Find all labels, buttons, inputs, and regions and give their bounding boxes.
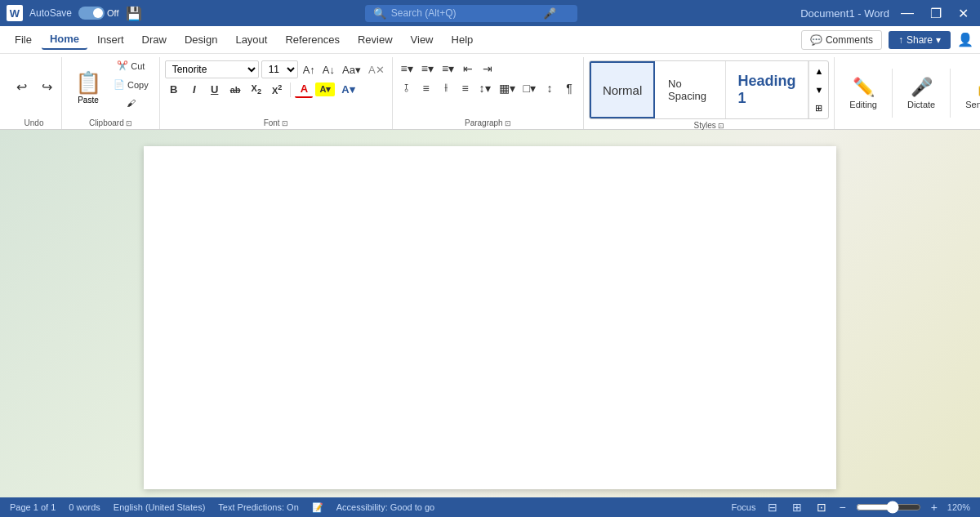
comment-icon: 💬 — [810, 34, 822, 46]
toggle-switch[interactable] — [78, 7, 105, 20]
undo-group-label: Undo — [24, 117, 44, 129]
menu-draw[interactable]: Draw — [134, 30, 175, 49]
justify-button[interactable]: ≡ — [457, 80, 474, 96]
zoom-slider[interactable] — [856, 501, 921, 514]
sensitivity-tool[interactable]: 🔒 Sensitivity — [957, 72, 980, 114]
style-no-spacing[interactable]: No Spacing — [655, 61, 726, 118]
redo-icon: ↪ — [42, 81, 52, 94]
bullet-list-button[interactable]: ≡▾ — [398, 60, 416, 77]
menu-review[interactable]: Review — [350, 30, 401, 49]
highlight-button[interactable]: A▾ — [315, 82, 335, 96]
microphone-icon[interactable]: 🎤 — [543, 7, 556, 20]
numbered-list-button[interactable]: ≡▾ — [418, 60, 437, 77]
menu-home[interactable]: Home — [42, 29, 87, 50]
page-count[interactable]: Page 1 of 1 — [10, 502, 56, 512]
text-predictions[interactable]: Text Predictions: On — [218, 502, 298, 512]
menu-file[interactable]: File — [7, 30, 40, 49]
increase-font-button[interactable]: A↑ — [301, 62, 318, 78]
cut-icon: ✂️ — [117, 60, 128, 71]
undo-icon: ↩ — [16, 81, 27, 94]
autosave-toggle[interactable]: Off — [78, 7, 118, 20]
focus-button[interactable]: Focus — [732, 502, 756, 512]
view-print-button[interactable]: ⊞ — [790, 500, 804, 515]
zoom-level[interactable]: 120% — [947, 502, 970, 512]
copy-button[interactable]: 📄 Copy — [109, 76, 153, 93]
font-expand-icon[interactable]: ⊡ — [282, 119, 288, 127]
multilevel-list-button[interactable]: ≡▾ — [439, 60, 457, 77]
sort-button[interactable]: ↕ — [541, 80, 559, 96]
italic-button[interactable]: I — [185, 82, 203, 97]
styles-content: Normal No Spacing Heading 1 ▲ ▼ ⊞ — [589, 60, 829, 119]
redo-button[interactable]: ↪ — [35, 78, 58, 97]
align-left-button[interactable]: ⫱ — [398, 79, 416, 96]
font-color-button[interactable]: A — [295, 81, 313, 98]
text-effect-button[interactable]: A▾ — [337, 82, 359, 97]
share-icon: ↑ — [898, 34, 903, 46]
menu-references[interactable]: References — [277, 30, 347, 49]
doc-title-text: Document1 - Word — [800, 7, 889, 20]
menu-layout[interactable]: Layout — [227, 30, 275, 49]
sensitivity-icon: 🔒 — [974, 77, 980, 98]
language[interactable]: English (United States) — [114, 502, 206, 512]
accessibility[interactable]: Accessibility: Good to go — [336, 502, 434, 512]
document-page[interactable] — [144, 146, 836, 489]
styles-expand-icon[interactable]: ⊡ — [718, 122, 724, 130]
align-right-button[interactable]: ⫲ — [437, 79, 455, 96]
search-input[interactable] — [391, 7, 538, 19]
styles-expand[interactable]: ⊞ — [811, 101, 826, 115]
minimize-button[interactable]: — — [896, 4, 919, 22]
menu-design[interactable]: Design — [176, 30, 225, 49]
status-bar: Page 1 of 1 0 words English (United Stat… — [0, 497, 980, 517]
font-size-select[interactable]: 11 — [261, 60, 298, 78]
bold-button[interactable]: B — [165, 82, 183, 97]
align-center-button[interactable]: ≡ — [417, 80, 435, 96]
menu-help[interactable]: Help — [443, 30, 482, 49]
menu-insert[interactable]: Insert — [89, 30, 132, 49]
line-spacing-button[interactable]: ↕▾ — [476, 80, 494, 96]
word-icon: W — [7, 5, 23, 21]
para-expand-icon[interactable]: ⊡ — [505, 119, 511, 127]
increase-indent-button[interactable]: ⇥ — [479, 60, 497, 77]
decrease-indent-button[interactable]: ⇤ — [459, 60, 477, 77]
dictate-tool[interactable]: 🎤 Dictate — [899, 72, 943, 114]
style-heading1-text: Heading 1 — [738, 73, 796, 107]
cut-label: Cut — [131, 61, 145, 71]
undo-button[interactable]: ↩ — [10, 78, 33, 97]
toggle-state: Off — [107, 8, 118, 18]
paragraph-group: ≡▾ ≡▾ ≡▾ ⇤ ⇥ ⫱ ≡ ⫲ ≡ ↕▾ ▦▾ □▾ ↕ ¶ — [393, 57, 584, 129]
superscript-button[interactable]: X2 — [268, 82, 286, 97]
style-normal[interactable]: Normal — [590, 61, 655, 118]
share-button[interactable]: ↑ Share ▾ — [889, 31, 951, 49]
paragraph-content: ≡▾ ≡▾ ≡▾ ⇤ ⇥ ⫱ ≡ ⫲ ≡ ↕▾ ▦▾ □▾ ↕ ¶ — [398, 60, 578, 96]
style-heading1[interactable]: Heading 1 — [726, 61, 809, 118]
decrease-font-button[interactable]: A↓ — [320, 62, 337, 78]
pilcrow-button[interactable]: ¶ — [560, 80, 578, 96]
paste-button[interactable]: 📋 Paste — [69, 57, 108, 117]
word-count[interactable]: 0 words — [69, 502, 100, 512]
restore-button[interactable]: ❐ — [925, 4, 947, 23]
clear-format-button[interactable]: A✕ — [366, 62, 387, 78]
subscript-button[interactable]: X2 — [247, 82, 265, 97]
cut-button[interactable]: ✂️ Cut — [109, 57, 153, 74]
close-button[interactable]: ✕ — [953, 4, 973, 23]
clipboard-expand-icon[interactable]: ⊡ — [126, 119, 132, 127]
strikethrough-button[interactable]: ab — [226, 83, 245, 96]
view-read-button[interactable]: ⊟ — [765, 500, 780, 515]
styles-scroll-down[interactable]: ▼ — [811, 83, 826, 96]
shading-button[interactable]: ▦▾ — [496, 80, 519, 96]
view-web-button[interactable]: ⊡ — [814, 500, 829, 515]
change-case-button[interactable]: Aa▾ — [340, 62, 363, 78]
styles-scroll-up[interactable]: ▲ — [811, 65, 826, 78]
profile-button[interactable]: 👤 — [957, 32, 973, 47]
comments-button[interactable]: 💬 Comments — [801, 30, 882, 50]
editing-tool[interactable]: ✏️ Editing — [841, 72, 885, 114]
menu-view[interactable]: View — [403, 30, 442, 49]
style-no-spacing-text: No Spacing — [668, 78, 712, 102]
style-normal-text: Normal — [603, 83, 642, 97]
underline-button[interactable]: U — [206, 82, 224, 97]
borders-button[interactable]: □▾ — [520, 80, 539, 96]
format-painter-button[interactable]: 🖌 — [109, 95, 153, 111]
save-button[interactable]: 💾 — [126, 6, 142, 21]
font-name-select[interactable]: Tenorite — [165, 60, 259, 78]
dictate-label: Dictate — [907, 100, 935, 109]
